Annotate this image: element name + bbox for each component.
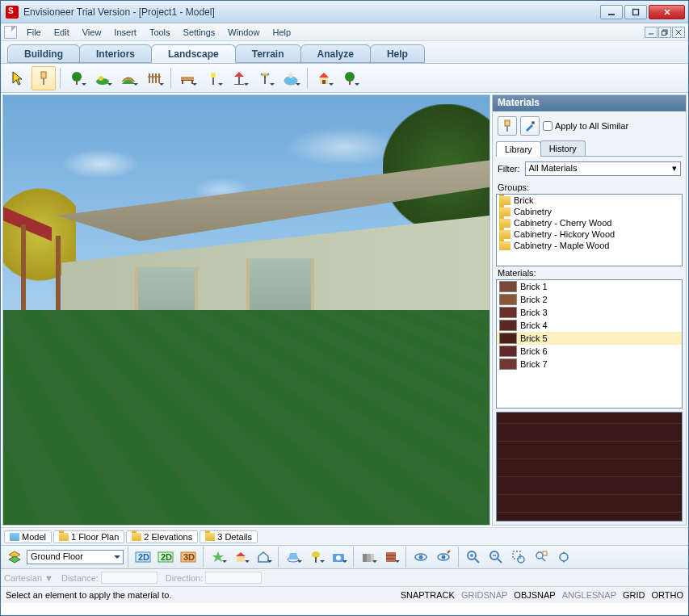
svg-text:2D: 2D bbox=[161, 552, 172, 562]
decks-tool[interactable] bbox=[175, 66, 200, 90]
filter-select[interactable]: All Materials▾ bbox=[525, 161, 682, 176]
select-tool[interactable] bbox=[6, 66, 30, 90]
material-item[interactable]: Brick 6 bbox=[497, 345, 682, 358]
snap-grid[interactable]: GRID bbox=[623, 590, 645, 600]
ribbon-tab-landscape[interactable]: Landscape bbox=[151, 44, 236, 63]
texture-button[interactable] bbox=[380, 547, 401, 567]
ribbon-tab-building[interactable]: Building bbox=[7, 44, 80, 63]
maximize-button[interactable] bbox=[624, 5, 647, 19]
material-item[interactable]: Brick 7 bbox=[497, 358, 682, 371]
material-item[interactable]: Brick 4 bbox=[497, 319, 682, 332]
lighting-tool[interactable] bbox=[201, 66, 225, 90]
group-item[interactable]: Brick bbox=[497, 195, 682, 206]
svg-line-83 bbox=[542, 558, 545, 561]
materials-panel: Materials Apply to All Similar Library H… bbox=[492, 94, 687, 526]
materials-list[interactable]: Brick 1Brick 2Brick 3Brick 4Brick 5Brick… bbox=[496, 279, 683, 409]
svg-marker-52 bbox=[212, 551, 224, 562]
zoom-extents-button[interactable] bbox=[531, 547, 552, 567]
accessories-tool[interactable] bbox=[227, 66, 251, 90]
svg-point-25 bbox=[211, 73, 216, 78]
plants-tool[interactable] bbox=[65, 66, 89, 90]
mdi-minimize-button[interactable] bbox=[645, 27, 657, 38]
nav-mode-button[interactable] bbox=[208, 547, 229, 567]
layers-button[interactable] bbox=[4, 547, 25, 567]
fence-tool[interactable] bbox=[142, 66, 166, 90]
tab-library[interactable]: Library bbox=[496, 141, 541, 157]
view-filter-button[interactable] bbox=[410, 547, 431, 567]
cameras-button[interactable] bbox=[283, 547, 304, 567]
mdi-close-button[interactable] bbox=[672, 27, 685, 38]
paint-material-tool[interactable] bbox=[32, 66, 56, 90]
view-tab[interactable]: 1 Floor Plan bbox=[53, 530, 124, 543]
3d-viewport[interactable] bbox=[2, 94, 490, 526]
ext-structures-tool[interactable] bbox=[312, 66, 336, 90]
zoom-in-button[interactable] bbox=[463, 547, 484, 567]
ribbon-tab-terrain[interactable]: Terrain bbox=[235, 44, 301, 63]
menu-settings[interactable]: Settings bbox=[177, 26, 222, 39]
folder-icon bbox=[59, 533, 69, 541]
material-item[interactable]: Brick 2 bbox=[497, 293, 682, 306]
garden-beds-tool[interactable] bbox=[90, 66, 115, 90]
snap-snaptrack[interactable]: SNAPTRACK bbox=[401, 590, 455, 600]
view-2d-button[interactable]: 2D bbox=[132, 547, 153, 567]
svg-line-78 bbox=[498, 559, 502, 563]
apply-all-checkbox[interactable]: Apply to All Similar bbox=[543, 121, 628, 131]
paintbrush-button[interactable] bbox=[498, 116, 517, 136]
snap-gridsnap[interactable]: GRIDSNAP bbox=[461, 590, 507, 600]
close-button[interactable] bbox=[649, 5, 685, 19]
material-item[interactable]: Brick 5 bbox=[497, 332, 682, 345]
menu-window[interactable]: Window bbox=[221, 26, 266, 39]
snap-anglesnap[interactable]: ANGLESNAP bbox=[562, 590, 616, 600]
group-item[interactable]: Cabinetry - Cherry Wood bbox=[497, 217, 682, 228]
snap-ortho[interactable]: ORTHO bbox=[651, 590, 683, 600]
group-item[interactable]: Cabinetry bbox=[497, 206, 682, 217]
menu-file[interactable]: File bbox=[20, 26, 48, 39]
view-settings-button[interactable] bbox=[433, 547, 454, 567]
view-2d-design-button[interactable]: 2D bbox=[155, 547, 176, 567]
coord-mode[interactable]: Cartesian ▼ bbox=[4, 573, 53, 583]
svg-text:2D: 2D bbox=[138, 552, 149, 562]
zoom-out-button[interactable] bbox=[485, 547, 506, 567]
folder-icon bbox=[499, 241, 510, 250]
menu-edit[interactable]: Edit bbox=[48, 26, 76, 39]
material-item[interactable]: Brick 3 bbox=[497, 306, 682, 319]
view-tab[interactable]: 3 Details bbox=[200, 530, 258, 543]
zoom-window-button[interactable] bbox=[508, 547, 529, 567]
view-tab[interactable]: Model bbox=[4, 530, 52, 543]
ribbon-tab-help[interactable]: Help bbox=[370, 44, 425, 63]
menu-insert[interactable]: Insert bbox=[107, 26, 143, 39]
menu-tools[interactable]: Tools bbox=[143, 26, 177, 39]
eyedropper-button[interactable] bbox=[520, 116, 540, 136]
svg-rect-54 bbox=[237, 556, 245, 562]
view-tab[interactable]: 2 Elevations bbox=[126, 530, 198, 543]
group-item[interactable]: Cabinetry - Maple Wood bbox=[497, 240, 682, 251]
ribbon-tab-interiors[interactable]: Interiors bbox=[79, 44, 152, 63]
home-view-button[interactable] bbox=[230, 547, 251, 567]
tab-history[interactable]: History bbox=[540, 140, 586, 156]
display-mode-button[interactable] bbox=[358, 547, 379, 567]
irrigation-tool[interactable] bbox=[253, 66, 277, 90]
svg-point-81 bbox=[518, 556, 524, 563]
group-item[interactable]: Cabinetry - Hickory Wood bbox=[497, 228, 682, 240]
ribbon-tab-analyze[interactable]: Analyze bbox=[300, 44, 371, 63]
edging-tool[interactable] bbox=[116, 66, 141, 90]
menu-view[interactable]: View bbox=[76, 26, 108, 39]
material-swatch bbox=[499, 333, 517, 344]
pool-tool[interactable] bbox=[279, 66, 303, 90]
ext-furniture-tool[interactable] bbox=[338, 66, 362, 90]
minimize-button[interactable] bbox=[600, 5, 623, 19]
separator bbox=[60, 68, 61, 89]
zoom-realtime-button[interactable] bbox=[553, 547, 574, 567]
bottom-toolbar: Ground Floor 2D 2D 3D bbox=[1, 545, 688, 569]
groups-list[interactable]: BrickCabinetryCabinetry - Cherry WoodCab… bbox=[496, 194, 683, 266]
floor-combo[interactable]: Ground Floor bbox=[27, 550, 124, 564]
mdi-restore-button[interactable] bbox=[658, 27, 671, 38]
walkthrough-button[interactable] bbox=[305, 547, 326, 567]
snapshot-button[interactable] bbox=[328, 547, 349, 567]
material-item[interactable]: Brick 1 bbox=[497, 280, 682, 293]
menu-help[interactable]: Help bbox=[266, 26, 297, 39]
svg-marker-36 bbox=[319, 73, 329, 78]
view-3d-button[interactable]: 3D bbox=[178, 547, 199, 567]
elevation-view-button[interactable] bbox=[253, 547, 274, 567]
snap-objsnap[interactable]: OBJSNAP bbox=[514, 590, 555, 600]
